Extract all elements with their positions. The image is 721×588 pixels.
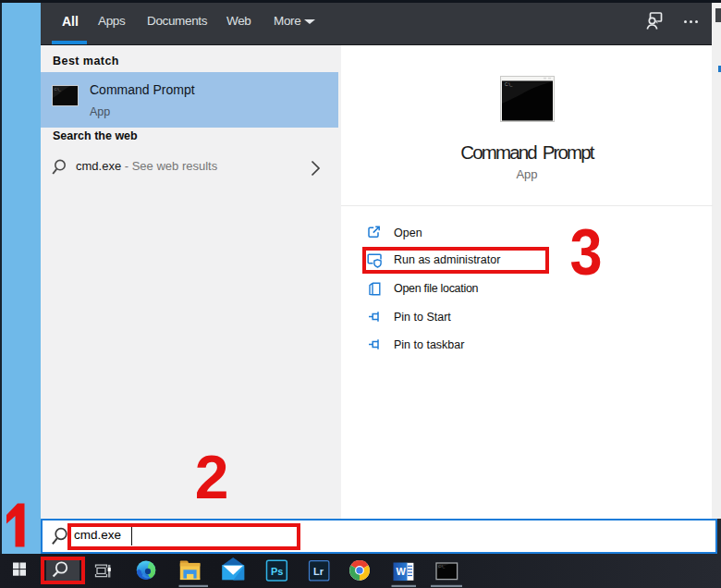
svg-text:C:\_: C:\_	[438, 564, 446, 569]
svg-text:Ps: Ps	[271, 565, 283, 576]
svg-text:Lr: Lr	[313, 565, 324, 576]
svg-text:C:\_: C:\_	[55, 87, 62, 92]
svg-text:W: W	[397, 565, 407, 576]
svg-text:C:\_: C:\_	[505, 82, 513, 87]
